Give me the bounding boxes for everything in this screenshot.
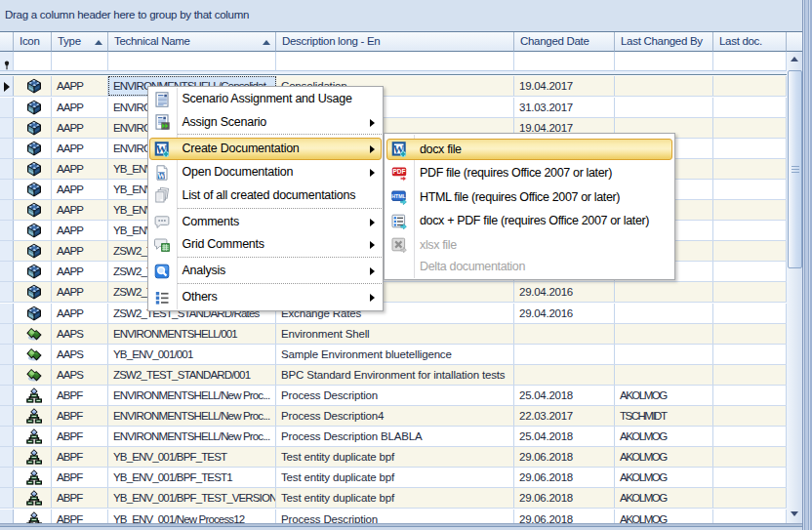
svg-text:HTML: HTML (391, 193, 406, 199)
svg-text:W: W (157, 171, 165, 180)
svg-text:PDF: PDF (392, 168, 405, 175)
